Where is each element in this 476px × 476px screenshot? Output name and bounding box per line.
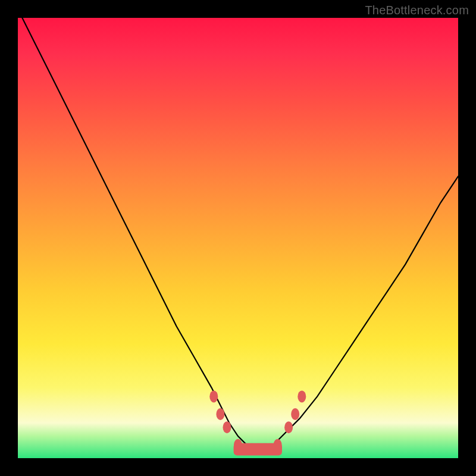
highlight-dot bbox=[209, 390, 218, 402]
plot-area bbox=[18, 18, 458, 458]
highlight-dot bbox=[216, 408, 224, 420]
attribution-text: TheBottleneck.com bbox=[365, 4, 469, 17]
curve-layer bbox=[18, 18, 458, 458]
highlight-dot bbox=[284, 421, 293, 433]
chart-frame: TheBottleneck.com bbox=[0, 0, 476, 476]
highlight-dot bbox=[291, 408, 299, 420]
highlight-dot bbox=[298, 390, 306, 402]
highlight-dot bbox=[223, 421, 231, 433]
valley-band bbox=[234, 443, 282, 456]
bottleneck-curve bbox=[18, 9, 458, 449]
